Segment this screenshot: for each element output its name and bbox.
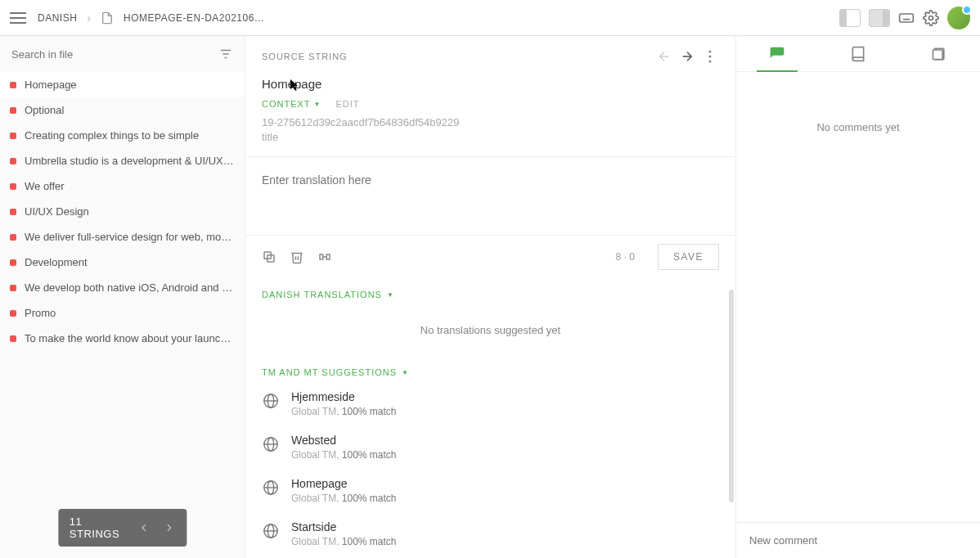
- scrollbar[interactable]: [729, 290, 734, 502]
- string-text: We deliver full-service design for web, …: [25, 231, 235, 243]
- string-text: Umbrella studio is a development & UI/UX…: [25, 155, 235, 167]
- source-string-label: SOURCE STRING: [262, 52, 348, 61]
- string-text: UI/UX Design: [25, 205, 89, 218]
- string-text: We offer: [25, 180, 65, 192]
- string-item[interactable]: UI/UX Design: [0, 199, 245, 224]
- status-dot: [10, 133, 16, 139]
- insert-tag-icon[interactable]: [317, 250, 332, 264]
- status-dot: [10, 158, 16, 164]
- string-item[interactable]: Homepage: [0, 72, 245, 97]
- context-detail: 19-275612d39c2aacdf7b64836df54b9229 titl…: [245, 114, 735, 156]
- layout-right-button[interactable]: [869, 9, 890, 27]
- layout-left-button[interactable]: [839, 9, 861, 27]
- string-text: We develop both native iOS, Android and …: [25, 281, 235, 294]
- svg-rect-17: [320, 254, 323, 259]
- svg-point-12: [709, 51, 712, 53]
- string-item[interactable]: Development: [0, 250, 245, 275]
- status-dot: [10, 335, 16, 342]
- no-comments-msg: No comments yet: [736, 72, 980, 522]
- sidebar: HomepageOptionalCreating complex things …: [0, 36, 245, 558]
- string-item[interactable]: Promo: [0, 300, 245, 326]
- suggestion-meta: Global TM, 100% match: [291, 536, 397, 547]
- comment-icon: [769, 46, 785, 62]
- suggestion-item[interactable]: StartsideGlobal TM, 100% match: [245, 512, 735, 556]
- string-text: Promo: [25, 307, 56, 319]
- filter-icon[interactable]: [218, 47, 233, 61]
- strings-footer: 11 STRINGS: [58, 509, 187, 547]
- source-string-text: Homepage: [245, 69, 735, 94]
- string-item[interactable]: Umbrella studio is a development & UI/UX…: [0, 148, 245, 173]
- string-text: To make the world know about your launch…: [25, 332, 235, 344]
- breadcrumb-file[interactable]: HOMEPAGE-EN-DA202106…: [124, 12, 264, 24]
- globe-icon: [262, 435, 280, 453]
- context-dropdown[interactable]: CONTEXT▼: [262, 99, 321, 109]
- suggestion-meta: Global TM, 100% match: [291, 406, 397, 417]
- suggestion-text: Startside: [291, 520, 397, 533]
- strings-count: 11 STRINGS: [70, 515, 124, 540]
- svg-rect-33: [933, 50, 943, 60]
- translation-input[interactable]: [245, 157, 735, 232]
- breadcrumb-language[interactable]: DANISH: [38, 12, 77, 24]
- breadcrumb: DANISH › HOMEPAGE-EN-DA202106…: [38, 11, 264, 25]
- string-text: Development: [25, 256, 88, 268]
- stack-icon: [931, 46, 947, 62]
- svg-point-6: [929, 16, 933, 20]
- suggestion-item[interactable]: WebstedGlobal TM, 100% match: [245, 425, 735, 469]
- string-text: Optional: [25, 104, 64, 116]
- topbar: DANISH › HOMEPAGE-EN-DA202106…: [0, 0, 980, 36]
- string-list: HomepageOptionalCreating complex things …: [0, 72, 245, 558]
- no-translations-msg: No translations suggested yet: [245, 304, 735, 356]
- tab-glossary[interactable]: [817, 36, 898, 71]
- suggestion-meta: Global TM, 100% match: [291, 449, 397, 461]
- next-string-button[interactable]: [678, 47, 696, 65]
- string-text: Creating complex things to be simple: [25, 129, 199, 142]
- next-arrow-icon[interactable]: [163, 520, 175, 535]
- svg-point-13: [709, 56, 712, 58]
- translations-heading[interactable]: DANISH TRANSLATIONS▼: [262, 290, 719, 299]
- prev-arrow-icon[interactable]: [137, 520, 150, 535]
- string-item[interactable]: We deliver full-service design for web, …: [0, 224, 245, 250]
- status-dot: [10, 259, 16, 266]
- status-dot: [10, 183, 16, 190]
- suggestion-item[interactable]: HomepageGlobal TM, 100% match: [245, 469, 735, 512]
- suggestions-list: HjemmesideGlobal TM, 100% matchWebstedGl…: [245, 382, 735, 556]
- suggestion-text: Websted: [291, 434, 397, 447]
- svg-rect-18: [326, 254, 330, 259]
- status-dot: [10, 82, 16, 88]
- globe-icon: [262, 479, 280, 497]
- string-item[interactable]: To make the world know about your launch…: [0, 326, 245, 351]
- trash-icon[interactable]: [290, 250, 304, 264]
- gear-icon[interactable]: [923, 10, 939, 26]
- string-item[interactable]: Optional: [0, 97, 245, 123]
- prev-string-button[interactable]: [655, 47, 673, 65]
- save-button[interactable]: SAVE: [658, 244, 719, 270]
- tab-history[interactable]: [899, 36, 980, 71]
- book-icon: [850, 46, 866, 62]
- tab-comments[interactable]: [736, 36, 817, 71]
- edit-button[interactable]: EDIT: [335, 99, 359, 109]
- suggestion-meta: Global TM, 100% match: [291, 493, 397, 504]
- status-dot: [10, 107, 16, 114]
- more-icon[interactable]: [701, 47, 719, 65]
- status-dot: [10, 285, 16, 291]
- tm-heading[interactable]: TM AND MT SUGGESTIONS▼: [262, 367, 719, 377]
- svg-rect-0: [900, 14, 914, 22]
- file-icon: [101, 11, 114, 25]
- menu-icon[interactable]: [10, 12, 26, 24]
- suggestion-item[interactable]: HjemmesideGlobal TM, 100% match: [245, 382, 735, 425]
- comment-input[interactable]: [749, 534, 967, 547]
- status-dot: [10, 209, 16, 215]
- string-item[interactable]: We offer: [0, 173, 245, 199]
- string-item[interactable]: We develop both native iOS, Android and …: [0, 275, 245, 300]
- suggestion-text: Hjemmeside: [291, 390, 397, 403]
- keyboard-icon[interactable]: [898, 10, 915, 26]
- status-dot: [10, 310, 16, 317]
- status-dot: [10, 234, 16, 241]
- string-item[interactable]: Creating complex things to be simple: [0, 123, 245, 148]
- copy-icon[interactable]: [262, 250, 276, 264]
- editor: SOURCE STRING Homepage CONTEXT▼ EDIT 19-…: [245, 36, 736, 558]
- search-input[interactable]: [11, 48, 218, 61]
- globe-icon: [262, 522, 280, 540]
- suggestion-text: Homepage: [291, 477, 397, 490]
- avatar[interactable]: [947, 7, 970, 29]
